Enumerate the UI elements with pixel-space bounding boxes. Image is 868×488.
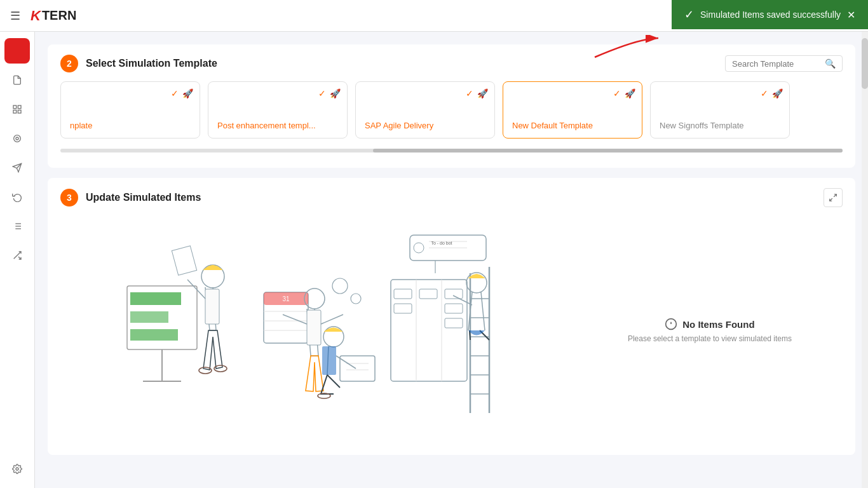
card3-name: SAP Agile Delivery — [365, 121, 485, 130]
sidebar-icon-list[interactable] — [4, 214, 30, 239]
sidebar-icon-settings[interactable] — [4, 456, 30, 482]
empty-state: No Items Found Please select a template … — [628, 318, 792, 343]
horizontal-scroll-indicator — [60, 149, 843, 152]
templates-scroll-area[interactable]: ✓ 🚀 nplate ✓ 🚀 Post enhancement templ... — [60, 81, 843, 144]
scroll-thumb — [373, 149, 843, 152]
section3-title: Update Simulated Items — [86, 192, 201, 203]
logo-k: K — [31, 8, 41, 24]
svg-point-42 — [332, 278, 348, 294]
svg-point-29 — [199, 367, 212, 374]
card2-icons: ✓ 🚀 — [318, 88, 341, 98]
sidebar-icon-send[interactable] — [4, 155, 30, 180]
card5-check-icon: ✓ — [761, 88, 768, 98]
card1-rocket-icon: 🚀 — [182, 88, 193, 98]
card5-rocket-icon: 🚀 — [772, 88, 783, 98]
svg-line-41 — [321, 315, 343, 324]
logo-text: TERN — [42, 8, 76, 23]
svg-line-40 — [283, 315, 307, 324]
sidebar-icon-shuffle[interactable] — [4, 243, 30, 268]
templates-row: ✓ 🚀 nplate ✓ 🚀 Post enhancement templ... — [60, 81, 843, 139]
toast-check-icon: ✓ — [684, 8, 694, 22]
svg-rect-21 — [130, 311, 168, 323]
template-search-box[interactable]: 🔍 — [725, 55, 843, 72]
section-select-template: 2 Select Simulation Template 🔍 — [48, 44, 855, 168]
card5-icons: ✓ 🚀 — [761, 88, 783, 98]
svg-rect-27 — [205, 289, 219, 324]
svg-line-28 — [187, 280, 205, 299]
sidebar-icon-refresh[interactable] — [4, 184, 30, 210]
card3-check-icon: ✓ — [466, 88, 473, 98]
section3-number: 3 — [60, 189, 78, 207]
template-card-1[interactable]: ✓ 🚀 nplate — [60, 81, 200, 139]
svg-rect-31 — [172, 246, 196, 275]
svg-rect-0 — [13, 105, 17, 109]
card3-icons: ✓ 🚀 — [466, 88, 488, 98]
card3-rocket-icon: 🚀 — [477, 88, 488, 98]
scrollbar-thumb[interactable] — [862, 38, 868, 89]
sidebar-icon-red[interactable] — [4, 38, 30, 64]
template-card-5[interactable]: ✓ 🚀 New Signoffs Template — [650, 81, 790, 139]
svg-line-18 — [834, 194, 836, 197]
section2-number: 2 — [60, 55, 78, 72]
card5-name: New Signoffs Template — [660, 121, 780, 130]
svg-rect-54 — [394, 304, 412, 313]
svg-rect-20 — [130, 292, 181, 305]
template-card-3[interactable]: ✓ 🚀 SAP Agile Delivery — [355, 81, 495, 139]
svg-rect-71 — [340, 356, 375, 381]
sidebar-icon-grid[interactable] — [4, 97, 30, 122]
toast-close-button[interactable]: ✕ — [847, 9, 855, 21]
card2-rocket-icon: 🚀 — [330, 88, 341, 98]
svg-rect-3 — [18, 110, 21, 113]
illustration: 31 — [111, 229, 524, 445]
sidebar-icon-document[interactable] — [4, 67, 30, 93]
empty-subtitle: Please select a template to view simulat… — [628, 334, 792, 343]
section3-header: 3 Update Simulated Items — [60, 188, 843, 207]
svg-rect-55 — [419, 289, 437, 299]
svg-rect-53 — [394, 289, 412, 299]
template-search-input[interactable] — [732, 59, 821, 69]
logo: K TERN — [31, 8, 76, 24]
hamburger-menu-button[interactable]: ☰ — [10, 9, 20, 23]
card2-name: Post enhancement templ... — [217, 121, 338, 130]
card2-check-icon: ✓ — [318, 88, 326, 98]
svg-line-76 — [336, 356, 356, 369]
main-content: 2 Select Simulation Template 🔍 — [35, 32, 868, 488]
card4-rocket-icon: 🚀 — [625, 88, 635, 98]
vertical-scrollbar[interactable] — [862, 32, 868, 488]
svg-point-47 — [414, 243, 424, 253]
svg-rect-2 — [13, 110, 17, 113]
svg-rect-1 — [18, 105, 21, 109]
toast-message: Simulated Items saved successfully — [700, 10, 841, 20]
svg-rect-57 — [445, 304, 463, 313]
card4-icons: ✓ 🚀 — [613, 88, 635, 98]
info-icon — [665, 318, 677, 330]
card4-name: New Default Template — [512, 121, 633, 130]
svg-point-5 — [16, 137, 18, 140]
red-arrow — [588, 35, 665, 60]
section2-header: 2 Select Simulation Template 🔍 — [60, 55, 843, 72]
svg-rect-58 — [445, 318, 463, 328]
template-card-2[interactable]: ✓ 🚀 Post enhancement templ... — [208, 81, 348, 139]
section2-actions: 🔍 — [725, 55, 843, 72]
svg-rect-56 — [445, 289, 463, 299]
section3-actions — [824, 188, 843, 207]
section3-content: 31 — [60, 216, 843, 445]
template-card-4[interactable]: ✓ 🚀 New Default Template — [503, 81, 642, 139]
svg-rect-39 — [307, 310, 321, 345]
empty-title: No Items Found — [682, 319, 754, 330]
sidebar-icon-circle[interactable] — [4, 126, 30, 151]
section-update-simulated: 3 Update Simulated Items — [48, 178, 855, 455]
svg-point-43 — [351, 294, 361, 304]
svg-text:To - do bot: To - do bot — [431, 241, 452, 245]
card1-icons: ✓ 🚀 — [171, 88, 193, 98]
card1-name: nplate — [70, 121, 191, 130]
svg-rect-50 — [391, 280, 467, 381]
sidebar — [0, 32, 35, 488]
svg-rect-22 — [130, 329, 178, 341]
card4-check-icon: ✓ — [613, 88, 621, 98]
topbar-left: ☰ K TERN — [10, 8, 76, 24]
expand-button[interactable] — [824, 188, 843, 207]
section2-title: Select Simulation Template — [86, 58, 217, 69]
success-toast: ✓ Simulated Items saved successfully ✕ — [672, 0, 868, 29]
search-icon: 🔍 — [825, 58, 836, 69]
